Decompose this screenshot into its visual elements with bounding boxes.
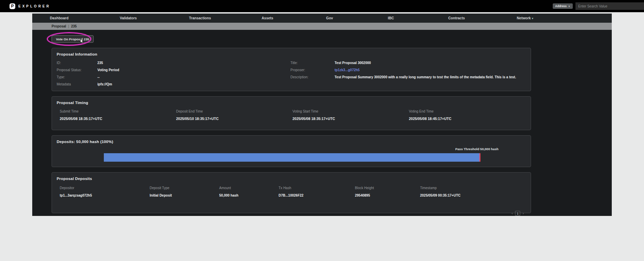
breadcrumb-current: 235 <box>71 24 77 28</box>
field-value: Voting Period <box>97 68 119 72</box>
timing-label: Submit Time <box>60 109 176 113</box>
nav-item-transactions[interactable]: Transactions <box>189 14 211 23</box>
card-title: Proposal Deposits <box>52 173 531 184</box>
timing-deposit-end-time: Deposit End Time 2025/05/10 18:35:17+UTC <box>176 109 292 121</box>
field-label: Metadata <box>57 82 97 86</box>
breadcrumb-divider: | <box>68 24 69 28</box>
timing-value: 2025/05/10 18:35:17+UTC <box>176 117 292 121</box>
timing-voting-end-time: Voting End Time 2025/05/08 18:45:17+UTC <box>409 109 525 121</box>
column-header-depositor: Depositor <box>60 184 150 194</box>
topbar: P EXPLORER Address ▼ <box>0 0 644 12</box>
block-height-link[interactable]: 29540895 <box>355 194 420 203</box>
logo-text: EXPLORER <box>18 4 51 8</box>
chevron-down-icon: ▾ <box>532 17 533 20</box>
field-type: Type: -- <box>57 75 290 79</box>
pagination-next-button[interactable]: › <box>523 212 524 215</box>
search-category-dropdown[interactable]: Address ▼ <box>553 3 573 9</box>
nav-item-assets[interactable]: Assets <box>262 14 273 23</box>
breadcrumb: Proposal | 235 <box>32 23 612 30</box>
field-value: Test Proposal 3002000 <box>335 61 371 65</box>
field-id: ID: 235 <box>57 61 290 65</box>
nav-item-validators[interactable]: Validators <box>120 14 137 23</box>
timing-label: Deposit End Time <box>176 109 292 113</box>
field-label: Description: <box>290 75 335 79</box>
deposits-card: Deposits: 50,000 hash (100%) Pass Thresh… <box>52 135 531 167</box>
field-label: Proposal Status: <box>57 68 97 72</box>
timing-label: Voting End Time <box>409 109 525 113</box>
field-label: Proposer: <box>290 68 335 72</box>
timing-label: Voting Start Time <box>292 109 409 113</box>
vote-on-proposal-button[interactable]: Vote On Proposal 235 <box>52 35 94 43</box>
column-header-deposit-type: Deposit Type <box>150 184 219 194</box>
vote-button-wrap: Vote On Proposal 235 <box>52 35 94 43</box>
app-shell: Dashboard Validators Transactions Assets… <box>32 14 612 216</box>
card-title: Deposits: 50,000 hash (100%) <box>52 136 531 147</box>
field-proposal-status: Proposal Status: Voting Period <box>57 68 290 72</box>
nav-item-dashboard[interactable]: Dashboard <box>50 14 69 23</box>
field-label: Type: <box>57 75 97 79</box>
column-header-amount: Amount <box>219 184 279 194</box>
deposits-progress-fill <box>104 153 480 162</box>
pagination-prev-button[interactable]: ‹ <box>512 212 513 215</box>
proposal-timing-card: Proposal Timing Submit Time 2025/05/08 1… <box>52 96 531 130</box>
depositor-address-link[interactable]: tp1...3arqzsag072h5 <box>60 194 150 203</box>
search-category-label: Address <box>555 4 567 8</box>
field-proposer: Proposer: tp1zk3...g072h5 <box>290 68 526 72</box>
nav-item-gov[interactable]: Gov <box>326 14 333 23</box>
info-right-column: Title: Test Proposal 3002000 Proposer: t… <box>290 61 526 89</box>
field-value: 235 <box>97 61 103 65</box>
deposits-table: Depositor Deposit Type Amount Tx Hash Bl… <box>52 184 531 203</box>
field-value: Test Proposal Summary 3002000 with a rea… <box>335 75 516 79</box>
main-nav: Dashboard Validators Transactions Assets… <box>32 14 612 23</box>
proposer-address-link[interactable]: tp1zk3...g072h5 <box>335 68 360 72</box>
nav-item-ibc[interactable]: IBC <box>388 14 394 23</box>
deposits-progress-bar <box>104 153 480 162</box>
breadcrumb-section[interactable]: Proposal <box>52 24 66 28</box>
app-logo: P EXPLORER <box>10 3 51 9</box>
timing-value: 2025/05/08 18:45:17+UTC <box>409 117 525 121</box>
field-description: Description: Test Proposal Summary 30020… <box>290 75 526 79</box>
card-title: Proposal Timing <box>52 97 531 108</box>
amount-cell: 50,000 hash <box>219 194 279 203</box>
proposal-information-card: Proposal Information ID: 235 Proposal St… <box>52 48 531 91</box>
chevron-down-icon: ▼ <box>568 5 570 7</box>
deposit-type-cell: Initial Deposit <box>150 194 219 203</box>
column-header-block-height: Block Height <box>355 184 420 194</box>
pass-threshold-label: Pass Threshold 50,000 hash <box>52 147 531 151</box>
nav-item-network-label: Network <box>517 16 531 20</box>
pagination: ‹ 1 › <box>52 203 531 220</box>
column-header-tx-hash: Tx Hash <box>279 184 355 194</box>
timestamp-cell: 2025/05/09 00:35:17+UTC <box>420 194 526 203</box>
field-value: ipfs://Qm <box>97 82 112 86</box>
main-content: Vote On Proposal 235 Proposal Informatio… <box>32 30 612 216</box>
field-title: Title: Test Proposal 3002000 <box>290 61 526 65</box>
timing-voting-start-time: Voting Start Time 2025/05/08 18:35:17+UT… <box>292 109 409 121</box>
field-label: Title: <box>290 61 335 65</box>
pass-threshold-marker <box>479 153 480 162</box>
column-header-timestamp: Timestamp <box>420 184 526 194</box>
search-input[interactable] <box>575 2 644 10</box>
timing-submit-time: Submit Time 2025/05/08 18:35:17+UTC <box>60 109 176 121</box>
proposal-timing-body: Submit Time 2025/05/08 18:35:17+UTC Depo… <box>52 108 531 127</box>
logo-icon: P <box>10 3 15 9</box>
field-metadata: Metadata ipfs://Qm <box>57 82 290 86</box>
field-value: -- <box>97 75 100 79</box>
pagination-current-page[interactable]: 1 <box>515 211 520 216</box>
proposal-information-body: ID: 235 Proposal Status: Voting Period T… <box>52 60 531 92</box>
timing-value: 2025/05/08 18:35:17+UTC <box>60 117 176 121</box>
field-label: ID: <box>57 61 97 65</box>
info-left-column: ID: 235 Proposal Status: Voting Period T… <box>57 61 290 89</box>
search-area: Address ▼ <box>553 0 644 12</box>
timing-value: 2025/05/08 18:35:17+UTC <box>292 117 409 121</box>
nav-item-contracts[interactable]: Contracts <box>448 14 465 23</box>
proposal-deposits-card: Proposal Deposits Depositor Deposit Type… <box>52 172 531 213</box>
card-title: Proposal Information <box>52 48 531 60</box>
nav-item-network[interactable]: Network▾ <box>517 14 533 23</box>
tx-hash-link[interactable]: D7B...10026F22 <box>279 194 355 203</box>
